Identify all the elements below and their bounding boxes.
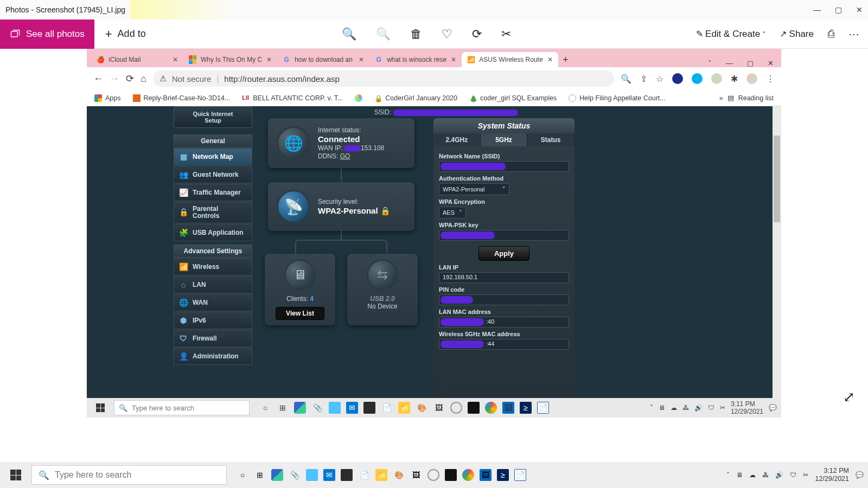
app-icon[interactable]: 🎨 [416,402,427,414]
share-button[interactable]: ↗ Share [780,29,814,40]
tab-google2[interactable]: Gwhat is winsock rese✕ [369,52,462,67]
view-list-button[interactable]: View List [276,307,324,320]
terminal-icon[interactable] [468,402,480,414]
tab-status[interactable]: Status [527,133,575,146]
bookmark-appellate[interactable]: Help Filing Appellate Court... [569,94,665,102]
scrollbar-thumb[interactable] [774,136,780,222]
sidebar-item-network-map[interactable]: ▦Network Map [174,148,252,165]
chrome-icon[interactable] [485,402,497,414]
app-icon[interactable] [329,402,341,414]
print-icon[interactable]: ⎙ [828,28,834,40]
mail-icon[interactable]: ✉ [346,402,358,414]
sidebar-item-traffic-manager[interactable]: 📈Traffic Manager [174,184,252,201]
close-icon[interactable]: ✕ [547,56,553,63]
sidebar-item-lan[interactable]: ⌂LAN [174,276,252,293]
internet-status-card[interactable]: 🌐 Internet status: Connected WAN IP: 153… [268,118,414,168]
sidebar-item-parental-controls[interactable]: 🔒ParentalControls [174,202,252,223]
close-icon[interactable]: ✕ [173,56,178,63]
explorer-icon[interactable]: 📁 [398,402,410,414]
inner-minimize-icon[interactable]: — [726,59,733,67]
tab-google1[interactable]: Ghow to download an✕ [277,52,369,67]
more-icon[interactable]: ⋯ [848,28,859,41]
word-icon[interactable]: 📄 [514,469,526,481]
app-icon[interactable] [450,402,462,414]
minimize-icon[interactable]: — [813,5,821,14]
tab-icloud[interactable]: 🍎iCloud Mail✕ [91,52,183,67]
crop-icon[interactable]: ✂ [501,27,511,41]
share-url-icon[interactable]: ⇪ [640,74,647,84]
cortana-icon[interactable]: ○ [237,469,248,481]
bookmark-reply-brief[interactable]: Reply-Brief-Case-No-3D14... [133,94,231,102]
app-icon[interactable] [363,402,375,414]
start-button[interactable] [4,465,27,485]
clients-card[interactable]: 🖥 Clients: 4 View List [265,254,335,325]
maximize-icon[interactable]: ▢ [835,5,842,14]
close-icon[interactable]: ✕ [359,56,364,63]
new-tab-button[interactable]: + [558,52,573,67]
tray-display-icon[interactable]: 🖥 [736,471,743,479]
add-to-button[interactable]: + Add to [94,20,157,49]
forward-icon[interactable]: → [110,73,119,85]
tray-security-icon[interactable]: 🛡 [708,404,714,412]
app-icon[interactable]: 🎨 [393,469,405,481]
tray-security-icon[interactable]: 🛡 [790,471,796,479]
tray-snip-icon[interactable]: ✂ [803,471,808,479]
cortana-icon[interactable]: ○ [259,402,271,414]
taskview-icon[interactable]: ⊞ [277,402,289,414]
extension-skype-icon[interactable] [692,73,703,84]
sidebar-item-usb-application[interactable]: 🧩USB Application [174,224,252,241]
security-card[interactable]: 📡 Security level: WPA2-Personal 🔒 [268,182,414,231]
explorer-icon[interactable]: 📁 [375,469,387,481]
app-icon[interactable]: 🖼 [433,402,445,414]
tab-why[interactable]: Why Is This On My C✕ [183,52,277,67]
tab-24ghz[interactable]: 2.4GHz [433,133,481,146]
zoom-in-icon[interactable]: 🔍 [342,27,356,41]
app-icon[interactable] [306,469,318,481]
app-icon[interactable] [427,469,439,481]
tray-snip-icon[interactable]: ✂ [720,404,725,412]
edge-icon[interactable] [271,469,283,481]
app-icon[interactable] [341,469,353,481]
zoom-out-icon[interactable]: 🔍 [376,27,391,41]
rotate-icon[interactable]: ⟳ [472,27,482,41]
edge-icon[interactable] [294,402,306,414]
tray-chevron-icon[interactable]: ˄ [726,471,730,479]
app-icon[interactable]: 📄 [358,469,370,481]
extension-3-icon[interactable] [711,73,722,84]
apps-bookmark[interactable]: Apps [94,94,121,102]
clock[interactable]: 3:12 PM12/29/2021 [815,467,849,483]
tray-display-icon[interactable]: 🖥 [659,404,665,412]
app-icon[interactable]: 📎 [289,469,301,481]
extension-malwarebytes-icon[interactable] [672,73,683,84]
tray-network-icon[interactable]: 🖧 [762,471,769,479]
encryption-select[interactable]: AES˅ [439,207,466,219]
mail-icon[interactable]: ✉ [323,469,335,481]
tray-network-icon[interactable]: 🖧 [682,404,689,412]
bookmark-codergirl-sep[interactable] [355,94,362,102]
close-icon[interactable]: ✕ [451,56,456,63]
inner-search-input[interactable]: 🔍Type here to search [114,400,250,415]
word-icon[interactable]: 📄 [537,402,549,414]
inner-clock[interactable]: 3:11 PM12/29/2021 [731,400,763,415]
usb-card[interactable]: ⇆ USB 2.0 No Device [347,254,418,325]
bookmark-codergirl[interactable]: 🔒CoderGirl January 2020 [374,94,457,102]
tabs-dropdown-icon[interactable]: ˅ [708,59,712,67]
powershell-icon[interactable]: ≥ [520,402,532,414]
tab-asus[interactable]: 📶ASUS Wireless Route✕ [462,52,558,67]
reading-list-label[interactable]: Reading list [738,94,774,102]
terminal-icon[interactable] [445,469,457,481]
url-field[interactable]: ⚠ Not secure | http://router.asus.com/in… [153,70,614,87]
sidebar-item-guest-network[interactable]: 👥Guest Network [174,166,252,183]
notifications-icon[interactable]: 💬 [856,471,864,479]
edit-create-button[interactable]: ✎ Edit & Create˅ [696,29,766,40]
overflow-bookmarks-icon[interactable]: » [719,94,723,102]
close-icon[interactable]: ✕ [266,56,272,63]
back-icon[interactable]: ← [93,73,103,85]
star-icon[interactable]: ☆ [656,74,663,84]
notifications-icon[interactable]: 💬 [769,404,777,412]
sidebar-item-ipv6[interactable]: ⬢IPv6 [174,312,252,329]
reading-list-icon[interactable]: ▤ [727,94,734,102]
menu-icon[interactable]: ⋮ [766,74,775,84]
inner-maximize-icon[interactable]: ▢ [747,59,754,67]
inner-close-icon[interactable]: ✕ [768,59,774,67]
